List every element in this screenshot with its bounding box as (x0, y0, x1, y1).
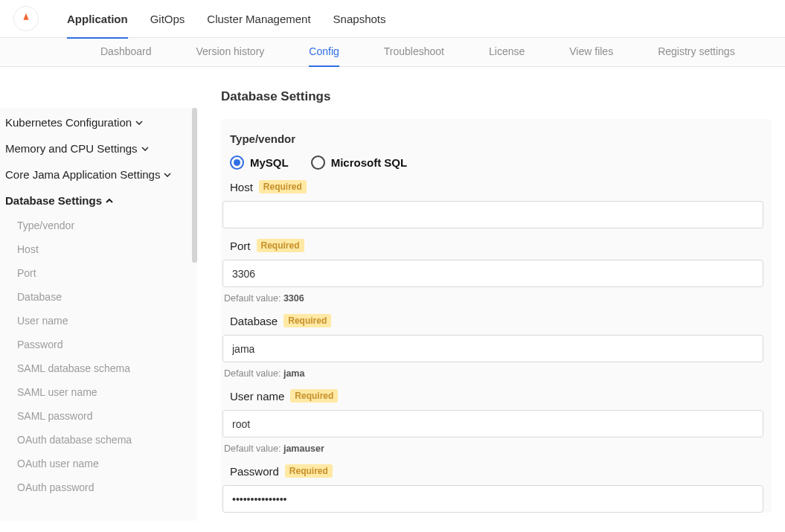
sidebar-item-memory-cpu[interactable]: Memory and CPU Settings (5, 135, 197, 161)
username-label: User name (230, 390, 284, 403)
sidebar-sub-password[interactable]: Password (17, 333, 197, 356)
page-title: Database Settings (221, 89, 772, 104)
required-badge: Required (283, 314, 331, 327)
sidebar-item-label: Core Jama Application Settings (5, 168, 160, 181)
tab-dashboard[interactable]: Dashboard (100, 37, 152, 67)
sidebar-item-label: Database Settings (5, 194, 102, 207)
port-label: Port (230, 240, 251, 252)
sidebar-sub-port[interactable]: Port (17, 261, 197, 285)
config-sidebar-wrap: Kubernetes Configuration Memory and CPU … (0, 67, 197, 532)
tab-view-files[interactable]: View files (569, 37, 613, 67)
tab-license[interactable]: License (489, 37, 525, 67)
radio-mssql-label: Microsoft SQL (331, 156, 408, 169)
app-logo (13, 6, 39, 31)
password-label: Password (230, 465, 279, 478)
tab-registry-settings[interactable]: Registry settings (658, 37, 734, 67)
nav-application[interactable]: Application (67, 0, 128, 39)
host-input[interactable] (222, 201, 763, 228)
nav-cluster-management[interactable]: Cluster Management (207, 0, 310, 39)
required-badge: Required (257, 239, 304, 252)
nav-gitops[interactable]: GitOps (150, 0, 185, 39)
username-input[interactable] (222, 410, 763, 438)
password-input[interactable] (222, 485, 763, 513)
chevron-down-icon (135, 118, 144, 127)
tab-version-history[interactable]: Version history (196, 37, 265, 67)
topbar: Application GitOps Cluster Management Sn… (0, 0, 785, 38)
settings-panel: Type/vendor MySQL Microsoft SQL Host Req… (221, 119, 772, 513)
database-label: Database (230, 315, 278, 327)
sidebar-item-kubernetes[interactable]: Kubernetes Configuration (5, 109, 197, 135)
sidebar-sub-saml-schema[interactable]: SAML database schema (17, 356, 197, 380)
sidebar-sub-saml-password[interactable]: SAML password (17, 404, 197, 428)
radio-mssql[interactable]: Microsoft SQL (311, 156, 408, 170)
sidebar-item-core-jama[interactable]: Core Jama Application Settings (5, 161, 197, 188)
tab-troubleshoot[interactable]: Troubleshoot (384, 37, 444, 67)
chevron-down-icon (163, 170, 172, 179)
database-input[interactable] (222, 335, 763, 362)
main-content: Database Settings Type/vendor MySQL Micr… (197, 67, 785, 532)
database-default: Default value: jama (222, 368, 772, 379)
port-input[interactable] (222, 260, 763, 287)
sidebar-sublist-database: Type/vendor Host Port Database User name… (5, 214, 197, 499)
type-vendor-label: Type/vendor (230, 132, 772, 145)
radio-mysql[interactable]: MySQL (230, 156, 289, 170)
sidebar-sub-oauth-schema[interactable]: OAuth database schema (17, 428, 197, 452)
radio-selected-icon (230, 156, 244, 170)
sidebar-item-database-settings[interactable]: Database Settings (5, 188, 197, 214)
sub-nav: Dashboard Version history Config Trouble… (0, 38, 785, 67)
sidebar-item-label: Kubernetes Configuration (5, 116, 132, 129)
sidebar-sub-oauth-user-name[interactable]: OAuth user name (17, 452, 197, 475)
sidebar-sub-host[interactable]: Host (17, 237, 197, 261)
chevron-down-icon (141, 144, 150, 153)
config-sidebar: Kubernetes Configuration Memory and CPU … (0, 108, 197, 521)
username-default: Default value: jamauser (222, 443, 772, 454)
tab-config[interactable]: Config (309, 37, 339, 67)
sidebar-item-label: Memory and CPU Settings (5, 142, 138, 155)
radio-unselected-icon (311, 156, 325, 170)
top-nav: Application GitOps Cluster Management Sn… (67, 0, 385, 37)
required-badge: Required (290, 389, 338, 403)
sidebar-sub-type-vendor[interactable]: Type/vendor (17, 214, 197, 237)
required-badge: Required (285, 464, 333, 478)
port-default: Default value: 3306 (222, 293, 772, 304)
sidebar-sub-database[interactable]: Database (17, 285, 197, 309)
radio-mysql-label: MySQL (250, 156, 289, 169)
nav-snapshots[interactable]: Snapshots (333, 0, 386, 39)
sidebar-sub-user-name[interactable]: User name (17, 309, 197, 333)
chevron-up-icon (105, 196, 114, 205)
required-badge: Required (259, 180, 307, 193)
host-label: Host (230, 181, 253, 193)
sidebar-scrollbar[interactable] (192, 108, 197, 263)
sidebar-sub-saml-user-name[interactable]: SAML user name (17, 380, 197, 404)
sidebar-sub-oauth-password[interactable]: OAuth password (17, 475, 197, 499)
